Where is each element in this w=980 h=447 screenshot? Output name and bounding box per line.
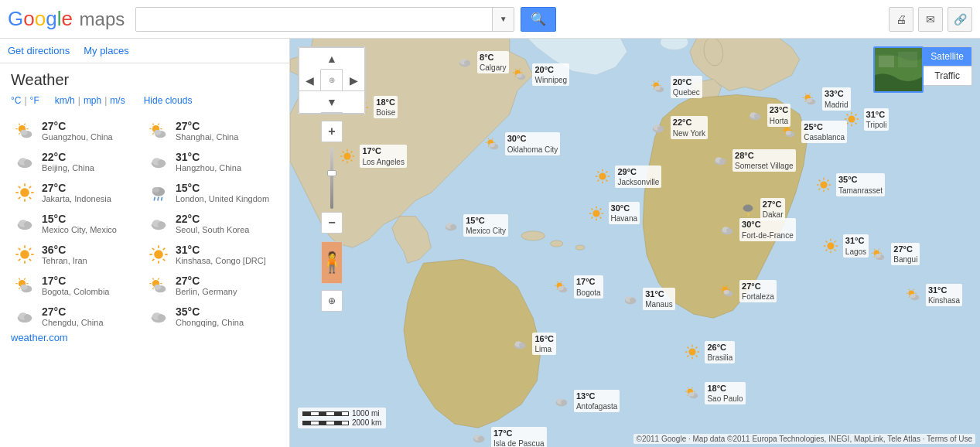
map-weather-marker[interactable]: 30°C Havana [587, 202, 640, 224]
pan-up-button[interactable]: ▲ [321, 48, 343, 70]
map-weather-marker[interactable]: 31°C Kinshasa [904, 284, 962, 306]
weather-item[interactable]: 31°C Hangzhou, China [145, 146, 278, 177]
zoom-slider[interactable] [330, 147, 333, 209]
weather-item[interactable]: 27°C Jakarta, Indonesia [11, 177, 145, 208]
pan-right-button[interactable]: ▶ [343, 70, 364, 91]
pan-left-button[interactable]: ◀ [299, 70, 321, 91]
map-weather-marker[interactable]: 17°C Isla de Pascua [470, 427, 547, 447]
zoom-out-button[interactable]: − [321, 212, 343, 234]
unit-sep-3: | [104, 95, 107, 106]
weather-city: Tehran, Iran [42, 256, 87, 265]
celsius-unit[interactable]: °C [11, 95, 21, 106]
email-button[interactable]: ✉ [918, 7, 943, 32]
svg-line-270 [874, 248, 875, 250]
map-marker-city: Tamanrasset [838, 186, 883, 196]
traffic-button[interactable]: Traffic [923, 67, 971, 85]
map-weather-marker[interactable]: 27°C Bangui [869, 243, 920, 265]
map-area[interactable]: 8°C Calgary 20°C Winnipeg 20°C Quebec 18… [290, 39, 980, 447]
fahrenheit-unit[interactable]: °F [30, 95, 39, 106]
svg-point-193 [520, 343, 525, 347]
svg-point-178 [558, 286, 563, 291]
map-marker-icon [456, 53, 474, 71]
svg-line-209 [688, 394, 688, 396]
weather-item[interactable]: 27°C Guangzhou, China [11, 115, 145, 146]
map-weather-marker[interactable]: 33°C Madrid [801, 87, 851, 110]
map-weather-marker[interactable]: 35°C Tamanrasset [814, 173, 885, 196]
svg-line-202 [696, 347, 698, 349]
svg-line-251 [818, 179, 820, 181]
weather-item[interactable]: 22°C Beijing, China [11, 146, 145, 177]
map-weather-marker[interactable]: 23°C Horta [746, 104, 791, 126]
map-marker-label: 27°C Fortaleza [739, 280, 777, 302]
weather-item[interactable]: 15°C London, United Kingdom [145, 177, 278, 208]
weather-info: 31°C Kinshasa, Congo [DRC] [176, 244, 266, 265]
map-weather-marker[interactable]: 16°C Lima [510, 333, 556, 355]
map-weather-marker[interactable]: 20°C Winnipeg [510, 63, 569, 86]
my-places-link[interactable]: My places [84, 45, 129, 56]
map-weather-marker[interactable]: 13°C Antofagasta [552, 390, 620, 412]
weather-link[interactable]: weather.com [11, 332, 68, 343]
map-weather-marker[interactable]: 30°C Fort-de-France [718, 218, 796, 241]
map-weather-marker[interactable]: 28°C Somerset Village [711, 149, 795, 172]
link-button[interactable]: 🔗 [948, 7, 972, 32]
svg-marker-255 [746, 211, 750, 217]
map-weather-marker[interactable]: 20°C Quebec [649, 76, 702, 98]
svg-line-247 [827, 188, 828, 189]
weather-city: Chongqing, China [176, 318, 244, 327]
map-weather-marker[interactable]: 31°C Lagos [821, 234, 869, 257]
map-weather-marker[interactable]: 26°C Brasilia [683, 341, 735, 363]
pan-controls: ▲ ◀ ⊕ ▶ ▼ [298, 46, 366, 114]
map-weather-marker[interactable]: 8°C Calgary [456, 51, 508, 73]
map-weather-marker[interactable]: 22°C New York [649, 116, 708, 138]
get-directions-link[interactable]: Get directions [8, 45, 70, 56]
svg-line-5 [19, 124, 19, 125]
weather-item[interactable]: 36°C Tehran, Iran [11, 239, 145, 270]
map-marker-label: 30°C Havana [609, 202, 640, 224]
weather-item[interactable]: 15°C Mexico City, Mexico [11, 208, 145, 239]
zoom-controls: + − [321, 121, 343, 235]
print-button[interactable]: 🖨 [889, 7, 913, 32]
map-weather-marker[interactable]: 31°C Manaus [621, 288, 675, 310]
weather-item[interactable]: 27°C Chengdu, China [11, 301, 145, 332]
svg-line-67 [19, 278, 19, 280]
zoom-to-fit-button[interactable]: ⊕ [321, 290, 343, 312]
map-weather-marker[interactable]: 27°C Fortaleza [718, 280, 777, 302]
map-weather-marker[interactable]: 17°C Bogota [552, 275, 603, 298]
weather-temp: 27°C [176, 275, 237, 287]
kmh-unit[interactable]: km/h [55, 95, 75, 106]
svg-line-68 [24, 278, 25, 280]
map-marker-label: 18°C Sao Paulo [705, 382, 745, 404]
svg-point-82 [24, 315, 31, 320]
svg-line-110 [657, 81, 658, 83]
zoom-in-button[interactable]: + [321, 121, 343, 142]
weather-grid: 27°C Guangzhou, China 27°C Shanghai, Chi… [11, 115, 278, 332]
map-weather-marker[interactable]: 27°C Dakar [739, 198, 786, 220]
svg-point-44 [20, 250, 29, 259]
search-input[interactable] [136, 8, 492, 31]
weather-item[interactable]: 35°C Chongqing, China [145, 301, 278, 332]
search-dropdown-button[interactable]: ▼ [492, 8, 514, 31]
weather-item[interactable]: 27°C Shanghai, China [145, 115, 278, 146]
map-weather-marker[interactable]: 31°C Tripoli [842, 108, 890, 131]
satellite-thumbnail[interactable] [873, 46, 924, 93]
map-weather-marker[interactable]: 15°C Mexico City [442, 214, 508, 237]
satellite-button[interactable]: Satellite [923, 47, 971, 67]
svg-point-254 [743, 204, 753, 211]
search-button[interactable]: 🔍 [521, 7, 556, 32]
hide-clouds-link[interactable]: Hide clouds [144, 95, 193, 106]
pan-down-button[interactable]: ▼ [321, 91, 343, 113]
svg-line-109 [654, 81, 654, 83]
street-view-button[interactable]: 🧍 [321, 241, 343, 284]
map-marker-city: Sao Paulo [707, 394, 743, 404]
svg-line-52 [29, 248, 31, 250]
map-weather-marker[interactable]: 30°C Oklahoma City [483, 132, 561, 155]
weather-item[interactable]: 27°C Berlin, Germany [145, 270, 278, 301]
weather-item[interactable]: 31°C Kinshasa, Congo [DRC] [145, 239, 278, 270]
map-weather-marker[interactable]: 29°C Jacksonville [593, 165, 661, 188]
weather-item[interactable]: 22°C Seoul, South Korea [145, 208, 278, 239]
weather-item[interactable]: 17°C Bogota, Colombia [11, 270, 145, 301]
mph-unit[interactable]: mph [84, 95, 101, 106]
pan-center-button[interactable]: ⊕ [321, 70, 343, 91]
ms-unit[interactable]: m/s [110, 95, 125, 106]
map-weather-marker[interactable]: 18°C Sao Paulo [683, 382, 745, 404]
